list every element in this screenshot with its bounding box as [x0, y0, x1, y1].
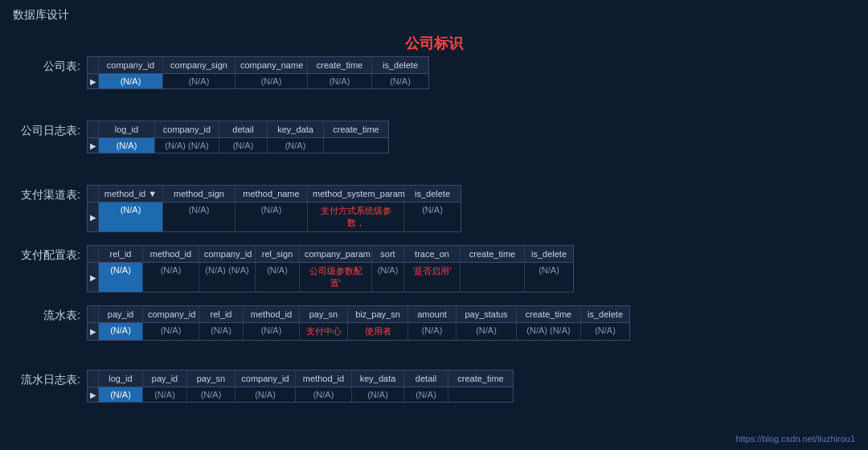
header-cell-9: is_delete [581, 306, 629, 322]
data-cell-2: (N/A) [235, 202, 308, 231]
data-cell-2: (N/A) [235, 74, 308, 88]
data-cell-4: (N/A) [296, 387, 352, 402]
header-cell-2: company_id [199, 246, 256, 262]
page-title: 数据库设计 [13, 8, 69, 22]
header-cell-7: pay_status [457, 306, 517, 322]
table-transaction-table: pay_idcompany_idrel_idmethod_idpay_snbiz… [87, 305, 630, 341]
header-cell-2: rel_id [199, 306, 244, 322]
table-row: ▶(N/A)(N/A)(N/A)(N/A)支付中心使用者(N/A)(N/A)(N… [88, 323, 629, 340]
section-payment-config-table: 支付配置表:rel_idmethod_idcompany_idrel_signc… [8, 245, 574, 292]
header-cell-3: method_system_param [308, 186, 404, 202]
table-transaction-log-table: log_idpay_idpay_sncompany_idmethod_idkey… [87, 370, 514, 403]
data-cell-3: (N/A) [308, 74, 372, 88]
header-cell-6: trace_on [404, 246, 461, 262]
data-cell-7 [461, 263, 525, 292]
data-cell-3: (N/A) [268, 138, 324, 153]
header-cell-0: company_id [99, 57, 163, 73]
section-transaction-log-table: 流水日志表:log_idpay_idpay_sncompany_idmethod… [8, 370, 514, 403]
data-cell-8: (N/A) [525, 263, 573, 292]
header-cell-2: pay_sn [187, 370, 235, 387]
table-row: ▶(N/A)(N/A)(N/A)(N/A)(N/A) [88, 74, 428, 88]
header-cell-4: is_delete [372, 57, 428, 73]
row-indicator: ▶ [88, 138, 99, 153]
label-payment-channel-table: 支付渠道表: [8, 185, 80, 202]
header-cell-2: company_name [235, 57, 308, 73]
data-cell-0: (N/A) [99, 387, 143, 402]
data-cell-3: (N/A) [235, 387, 296, 402]
header-cell-1: method_id [143, 246, 199, 262]
data-cell-1: (N/A) [143, 387, 187, 402]
header-cell-0: log_id [99, 121, 155, 137]
data-cell-4: (N/A) [404, 202, 461, 231]
data-cell-9: (N/A) [581, 323, 629, 340]
header-cell-1: company_id [143, 306, 199, 322]
table-company-log-table: log_idcompany_iddetailkey_datacreate_tim… [87, 121, 389, 153]
header-cell-3: method_id [244, 306, 300, 322]
table-company-table: company_idcompany_signcompany_namecreate… [87, 56, 429, 89]
data-cell-1: (N/A) (N/A) [155, 138, 219, 153]
section-transaction-table: 流水表:pay_idcompany_idrel_idmethod_idpay_s… [8, 305, 630, 341]
data-cell-1: (N/A) [163, 74, 235, 88]
header-cell-2: method_name [235, 186, 308, 202]
row-indicator: ▶ [88, 74, 99, 88]
data-cell-8: (N/A) (N/A) [517, 323, 581, 340]
header-cell-3: rel_sign [256, 246, 300, 262]
table-row: ▶(N/A)(N/A) (N/A)(N/A)(N/A) [88, 138, 388, 153]
header-cell-1: pay_id [143, 370, 187, 387]
data-cell-0: (N/A) [99, 263, 143, 292]
header-cell-1: method_sign [163, 186, 235, 202]
row-indicator: ▶ [88, 202, 99, 231]
data-cell-0: (N/A) [99, 202, 163, 231]
data-cell-4: 公司级参数配置' [300, 263, 372, 292]
label-transaction-table: 流水表: [8, 305, 80, 323]
header-cell-6: detail [404, 370, 448, 387]
header-cell-4: company_param [300, 246, 372, 262]
data-cell-2: (N/A) [187, 387, 235, 402]
table-payment-channel-table: method_id ▼method_signmethod_namemethod_… [87, 185, 461, 232]
header-cell-4: pay_sn [300, 306, 348, 322]
header-cell-4: method_id [296, 370, 352, 387]
data-cell-2: (N/A) (N/A) [199, 263, 256, 292]
table-row: ▶(N/A)(N/A)(N/A) (N/A)(N/A)公司级参数配置'(N/A)… [88, 263, 573, 292]
header-cell-0: log_id [99, 370, 143, 387]
data-cell-4: (N/A) [372, 74, 428, 88]
data-cell-0: (N/A) [99, 138, 155, 153]
header-cell-5: biz_pay_sn [348, 306, 408, 322]
data-cell-2: (N/A) [199, 323, 244, 340]
header-cell-4: is_delete [404, 186, 461, 202]
header-cell-3: key_data [268, 121, 324, 137]
header-cell-5: sort [372, 246, 404, 262]
label-payment-config-table: 支付配置表: [8, 245, 80, 263]
data-cell-6: '是否启用' [404, 263, 461, 292]
data-cell-5: (N/A) [352, 387, 404, 402]
data-cell-1: (N/A) [163, 202, 235, 231]
table-row: ▶(N/A)(N/A)(N/A)(N/A)(N/A)(N/A)(N/A) [88, 387, 513, 402]
section-company-table: 公司表:company_idcompany_signcompany_namecr… [8, 56, 429, 89]
data-cell-7 [448, 387, 513, 402]
data-cell-1: (N/A) [143, 323, 199, 340]
table-row: ▶(N/A)(N/A)(N/A)支付方式系统级参数，(N/A) [88, 202, 461, 231]
header-cell-3: create_time [308, 57, 372, 73]
header-cell-2: detail [219, 121, 268, 137]
header-cell-1: company_sign [163, 57, 235, 73]
header-cell-8: create_time [517, 306, 581, 322]
header-cell-1: company_id [155, 121, 219, 137]
data-cell-7: (N/A) [457, 323, 517, 340]
data-cell-3: (N/A) [244, 323, 300, 340]
header-cell-0: method_id ▼ [99, 186, 163, 202]
row-indicator: ▶ [88, 323, 99, 340]
main-label: 公司标识 [0, 34, 868, 53]
data-cell-2: (N/A) [219, 138, 268, 153]
header-cell-0: rel_id [99, 246, 143, 262]
data-cell-5: (N/A) [372, 263, 404, 292]
header-cell-4: create_time [324, 121, 388, 137]
section-company-log-table: 公司日志表:log_idcompany_iddetailkey_datacrea… [8, 121, 389, 153]
data-cell-3: (N/A) [256, 263, 300, 292]
row-indicator: ▶ [88, 387, 99, 402]
label-transaction-log-table: 流水日志表: [8, 370, 80, 387]
header-cell-7: create_time [448, 370, 513, 387]
label-company-log-table: 公司日志表: [8, 121, 80, 138]
data-cell-5: 使用者 [348, 323, 408, 340]
data-cell-0: (N/A) [99, 323, 143, 340]
row-indicator: ▶ [88, 263, 99, 292]
